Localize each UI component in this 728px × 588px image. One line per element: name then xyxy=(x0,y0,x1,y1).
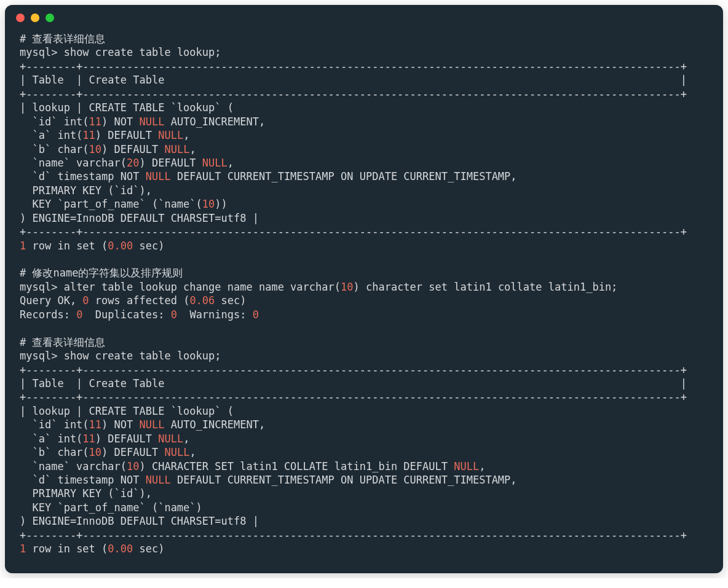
zoom-icon[interactable] xyxy=(46,14,54,22)
ddl-line: PRIMARY KEY (`id`), xyxy=(20,487,152,500)
ddl-line: KEY `part_of_name` (`name`) xyxy=(20,501,202,514)
ddl-line: `a` int( xyxy=(20,433,82,445)
number-literal: 0.06 xyxy=(189,294,215,307)
number-literal: 10 xyxy=(127,460,139,472)
null-literal: NULL xyxy=(146,170,171,182)
table-border: +--------+------------------------------… xyxy=(20,529,687,541)
query-ok: sec) xyxy=(215,294,246,307)
ddl-line: , xyxy=(189,143,196,155)
terminal-output[interactable]: # 查看表详细信息 mysql> show create table looku… xyxy=(5,26,723,573)
number-literal: 0 xyxy=(253,308,259,321)
ddl-line: `a` int( xyxy=(20,129,82,141)
table-border: +--------+------------------------------… xyxy=(20,60,687,73)
table-border: +--------+------------------------------… xyxy=(20,88,687,100)
result-count: 1 xyxy=(20,543,26,555)
number-literal: 11 xyxy=(82,433,95,445)
result-text: row in set ( xyxy=(26,543,108,555)
comment-line: # 查看表详细信息 xyxy=(20,33,105,45)
number-literal: 0 xyxy=(171,308,177,321)
ddl-line: `id` int( xyxy=(20,418,89,431)
close-icon[interactable] xyxy=(16,14,25,22)
null-literal: NULL xyxy=(202,157,228,169)
table-row: | lookup | CREATE TABLE `lookup` ( xyxy=(20,405,234,417)
ddl-line: KEY `part_of_name` (`name`( xyxy=(20,198,202,210)
terminal-window: # 查看表详细信息 mysql> show create table looku… xyxy=(5,5,723,573)
ddl-line: PRIMARY KEY (`id`), xyxy=(20,184,152,197)
sql-command: show create table lookup; xyxy=(64,46,221,58)
ddl-line: `b` char( xyxy=(20,143,89,155)
ddl-line: AUTO_INCREMENT, xyxy=(164,116,265,128)
minimize-icon[interactable] xyxy=(31,14,39,22)
sql-command: alter table lookup change name name varc… xyxy=(64,281,341,293)
ddl-line: ) DEFAULT xyxy=(139,157,202,169)
table-border: +--------+------------------------------… xyxy=(20,225,687,238)
query-ok: rows affected ( xyxy=(89,294,190,307)
ddl-line: , xyxy=(183,129,189,141)
comment-line: # 查看表详细信息 xyxy=(20,336,105,348)
ddl-line: ) DEFAULT xyxy=(101,446,164,458)
ddl-line: `name` varchar( xyxy=(20,157,127,169)
sql-command: ) character set latin1 collate latin1_bi… xyxy=(353,281,617,293)
ddl-line: DEFAULT CURRENT_TIMESTAMP ON UPDATE CURR… xyxy=(171,170,517,182)
null-literal: NULL xyxy=(140,116,165,128)
ddl-line: `b` char( xyxy=(20,446,89,458)
ddl-line: ) DEFAULT xyxy=(101,143,164,155)
null-literal: NULL xyxy=(158,433,183,445)
prompt: mysql> xyxy=(20,350,64,362)
ddl-line: ) DEFAULT xyxy=(95,433,158,445)
null-literal: NULL xyxy=(146,474,171,486)
records-line: Records: xyxy=(20,308,76,321)
ddl-line: `d` timestamp NOT xyxy=(20,170,146,182)
ddl-line: ) ENGINE=InnoDB DEFAULT CHARSET=utf8 | xyxy=(20,212,259,224)
ddl-line: , xyxy=(228,157,234,169)
null-literal: NULL xyxy=(164,143,189,155)
comment-line: # 修改name的字符集以及排序规则 xyxy=(20,267,183,279)
result-text: sec) xyxy=(133,240,164,252)
ddl-line: ) ENGINE=InnoDB DEFAULT CHARSET=utf8 | xyxy=(20,515,259,527)
number-literal: 0 xyxy=(82,294,89,307)
ddl-line: , xyxy=(479,460,485,472)
number-literal: 11 xyxy=(89,116,101,128)
null-literal: NULL xyxy=(140,418,165,431)
table-border: +--------+------------------------------… xyxy=(20,391,687,403)
window-titlebar xyxy=(5,5,723,26)
table-header: | Table | Create Table | xyxy=(20,74,687,86)
prompt: mysql> xyxy=(20,281,64,293)
sql-command: show create table lookup; xyxy=(64,350,221,362)
ddl-line: `name` varchar( xyxy=(20,460,127,472)
number-literal: 0 xyxy=(76,308,82,321)
table-header: | Table | Create Table | xyxy=(20,377,687,390)
ddl-line: AUTO_INCREMENT, xyxy=(164,418,265,431)
ddl-line: DEFAULT CURRENT_TIMESTAMP ON UPDATE CURR… xyxy=(171,474,517,486)
number-literal: 10 xyxy=(89,446,101,458)
ddl-line: , xyxy=(189,446,196,458)
number-literal: 20 xyxy=(127,157,139,169)
result-time: 0.00 xyxy=(108,240,133,252)
records-line: Warnings: xyxy=(177,308,253,321)
result-text: row in set ( xyxy=(26,240,108,252)
number-literal: 10 xyxy=(89,143,101,155)
table-row: | lookup | CREATE TABLE `lookup` ( xyxy=(20,101,234,114)
number-literal: 10 xyxy=(341,281,353,293)
null-literal: NULL xyxy=(158,129,183,141)
result-count: 1 xyxy=(20,240,26,252)
ddl-line: ) NOT xyxy=(101,116,139,128)
number-literal: 11 xyxy=(82,129,95,141)
ddl-line: ) CHARACTER SET latin1 COLLATE latin1_bi… xyxy=(139,460,454,472)
null-literal: NULL xyxy=(454,460,479,472)
number-literal: 10 xyxy=(202,198,215,210)
records-line: Duplicates: xyxy=(82,308,170,321)
null-literal: NULL xyxy=(164,446,189,458)
ddl-line: `d` timestamp NOT xyxy=(20,474,146,486)
ddl-line: `id` int( xyxy=(20,116,89,128)
result-text: sec) xyxy=(133,543,164,555)
ddl-line: )) xyxy=(215,198,227,210)
number-literal: 11 xyxy=(89,418,101,431)
result-time: 0.00 xyxy=(108,543,133,555)
prompt: mysql> xyxy=(20,46,64,58)
ddl-line: , xyxy=(183,433,189,445)
ddl-line: ) DEFAULT xyxy=(95,129,158,141)
query-ok: Query OK, xyxy=(20,294,82,307)
table-border: +--------+------------------------------… xyxy=(20,364,687,376)
ddl-line: ) NOT xyxy=(101,418,139,431)
